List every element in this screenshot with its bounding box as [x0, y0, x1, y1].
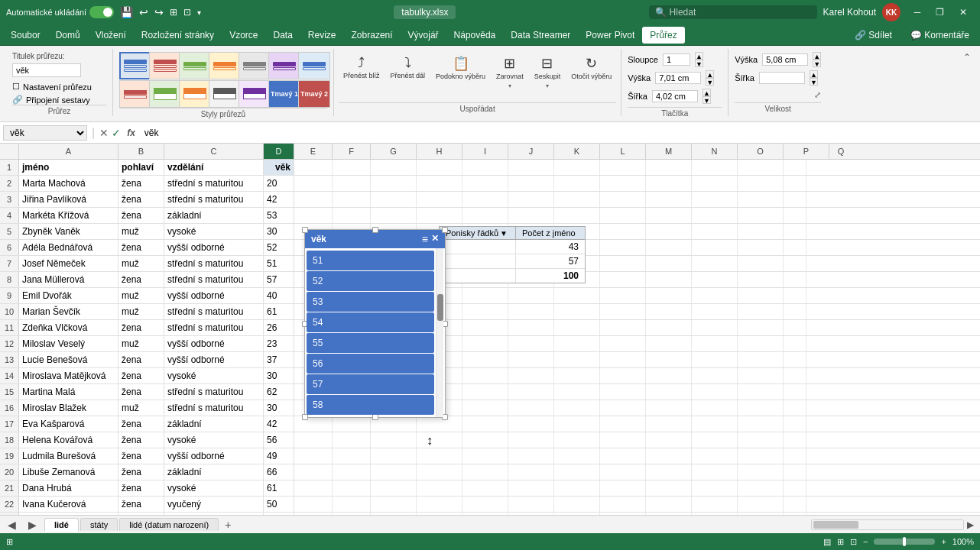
style-9[interactable] — [149, 80, 181, 108]
slicer-resize-tr[interactable] — [442, 227, 448, 233]
cell-b[interactable]: žena — [118, 432, 164, 448]
close-button[interactable]: ✕ — [952, 5, 974, 20]
slicer-scrollbar[interactable] — [436, 248, 443, 417]
cell-b[interactable]: muž — [118, 288, 164, 303]
restore-button[interactable]: ❐ — [930, 5, 951, 20]
cell-c[interactable]: vyučený — [164, 497, 264, 512]
cell-a[interactable]: Emil Dvořák — [19, 288, 118, 303]
menu-soubor[interactable]: Soubor — [3, 27, 48, 44]
cell-b[interactable]: žena — [118, 416, 164, 432]
vyska2-up[interactable]: ▲ — [813, 52, 821, 60]
cell-c[interactable]: vzdělání — [164, 160, 264, 175]
row-number-cell[interactable]: 8 — [0, 272, 19, 287]
cell-d[interactable]: 42 — [264, 416, 294, 432]
slicer-multiselect-icon[interactable]: ≡ — [422, 233, 428, 245]
prenest-bliz-btn[interactable]: ⤴ Přenést blíž — [339, 52, 385, 83]
style-1[interactable] — [119, 52, 151, 79]
cell-d[interactable]: 52 — [264, 240, 294, 255]
cell-c[interactable]: vysoké — [164, 432, 264, 448]
slicer-resize-tl[interactable] — [302, 227, 308, 233]
slicer-item[interactable]: 57 — [307, 374, 434, 394]
col-header-h[interactable]: H — [417, 144, 462, 159]
cell-c[interactable]: střední s maturitou — [164, 192, 264, 207]
layout-view-icon[interactable]: ⊞ — [837, 537, 844, 547]
cell-d[interactable]: 66 — [264, 464, 294, 480]
scroll-tabs-right[interactable]: ▶ — [24, 517, 41, 532]
sirka-down[interactable]: ▼ — [703, 96, 711, 104]
cell-b[interactable]: muž — [118, 224, 164, 239]
cell-c[interactable]: vyšší odborné — [164, 336, 264, 351]
row-number-cell[interactable]: 6 — [0, 240, 19, 255]
menu-vyvojar[interactable]: Vývojář — [401, 27, 446, 44]
cell-c[interactable]: vyšší odborné — [164, 240, 264, 255]
pripojeni-btn[interactable]: 🔗 Připojení sestavy — [12, 95, 106, 105]
style-5[interactable] — [239, 52, 271, 79]
cell-c[interactable]: vysoké — [164, 480, 264, 496]
cell-d[interactable]: 37 — [264, 352, 294, 367]
horizontal-scrollbar[interactable] — [811, 519, 964, 530]
slicer-resize-t[interactable] — [372, 227, 378, 233]
zoom-out-btn[interactable]: − — [863, 537, 868, 546]
cell-c[interactable]: základní — [164, 208, 264, 223]
col-header-f[interactable]: F — [333, 144, 371, 159]
scroll-tabs-left[interactable]: ◀ — [3, 517, 21, 532]
cell-b[interactable]: muž — [118, 256, 164, 271]
zarovnat-btn[interactable]: ⊞ Zarovnat ▾ — [492, 52, 528, 92]
col-header-a[interactable]: A — [19, 144, 118, 159]
cell-d[interactable]: 49 — [264, 513, 294, 515]
row-number-cell[interactable]: 13 — [0, 352, 19, 367]
slicer-widget[interactable]: věk ≡ ✕ 5152535455565758 — [304, 229, 446, 418]
row-number-cell[interactable]: 16 — [0, 400, 19, 416]
seskupit-btn[interactable]: ⊟ Seskupit ▾ — [530, 52, 566, 92]
cell-a[interactable]: Zbyněk Vaněk — [19, 224, 118, 239]
row-number-cell[interactable]: 21 — [0, 480, 19, 496]
menu-vzorce[interactable]: Vzorce — [222, 27, 265, 44]
cell-d[interactable]: 57 — [264, 272, 294, 287]
cell-b[interactable]: žena — [118, 192, 164, 207]
ribbon-collapse-btn[interactable]: ⌃ — [963, 52, 971, 63]
col-header-b[interactable]: B — [118, 144, 164, 159]
row-number-cell[interactable]: 7 — [0, 256, 19, 271]
style-12[interactable] — [239, 80, 271, 108]
cell-d[interactable]: 49 — [264, 448, 294, 464]
col-header-q[interactable]: Q — [829, 144, 852, 159]
sloupce-input[interactable] — [663, 53, 690, 66]
cell-b[interactable]: žena — [118, 448, 164, 464]
col-header-p[interactable]: P — [784, 144, 829, 159]
add-sheet-button[interactable]: + — [220, 517, 235, 532]
formula-input[interactable] — [141, 126, 977, 140]
cell-c[interactable]: vysoké — [164, 224, 264, 239]
slicer-scrollbar-thumb[interactable] — [437, 294, 443, 321]
cell-a[interactable]: Ludmila Burešová — [19, 448, 118, 464]
cell-c[interactable]: vysoké — [164, 368, 264, 383]
cell-b[interactable]: žena — [118, 497, 164, 512]
row-number-cell[interactable]: 18 — [0, 432, 19, 448]
cell-b[interactable]: žena — [118, 208, 164, 223]
sheet-tab-lide-datum[interactable]: lidé (datum narození) — [119, 518, 219, 531]
row-number-cell[interactable]: 15 — [0, 384, 19, 400]
cell-d[interactable]: 62 — [264, 384, 294, 400]
row-number-cell[interactable]: 17 — [0, 416, 19, 432]
row-number-cell[interactable]: 2 — [0, 176, 19, 191]
cell-a[interactable]: Zdeňka Vlčková — [19, 320, 118, 335]
row-number-cell[interactable]: 23 — [0, 513, 19, 515]
vyska2-down[interactable]: ▼ — [813, 60, 821, 67]
customize-icon[interactable]: ⊞ — [170, 7, 177, 18]
cell-a[interactable]: Ivana Kučerová — [19, 497, 118, 512]
cell-d[interactable]: 40 — [264, 288, 294, 303]
cell-d[interactable]: 50 — [264, 497, 294, 512]
cell-b[interactable]: muž — [118, 336, 164, 351]
cell-c[interactable]: vyšší odborné — [164, 352, 264, 367]
sloupce-up[interactable]: ▲ — [695, 52, 703, 60]
col-header-k[interactable]: K — [554, 144, 600, 159]
scroll-right-btn[interactable]: ▶ — [964, 518, 977, 532]
zoom-level[interactable]: 100% — [952, 537, 974, 546]
cell-c[interactable]: střední s maturitou — [164, 384, 264, 400]
zoom-in-btn[interactable]: + — [941, 537, 946, 546]
slicer-item[interactable]: 58 — [307, 395, 434, 415]
confirm-formula-icon[interactable]: ✓ — [112, 127, 121, 139]
velikost-expand[interactable]: ⤢ — [814, 90, 821, 100]
cell-a[interactable]: Eva Kašparová — [19, 416, 118, 432]
row-number-cell[interactable]: 1 — [0, 160, 19, 175]
cell-d[interactable]: 51 — [264, 256, 294, 271]
